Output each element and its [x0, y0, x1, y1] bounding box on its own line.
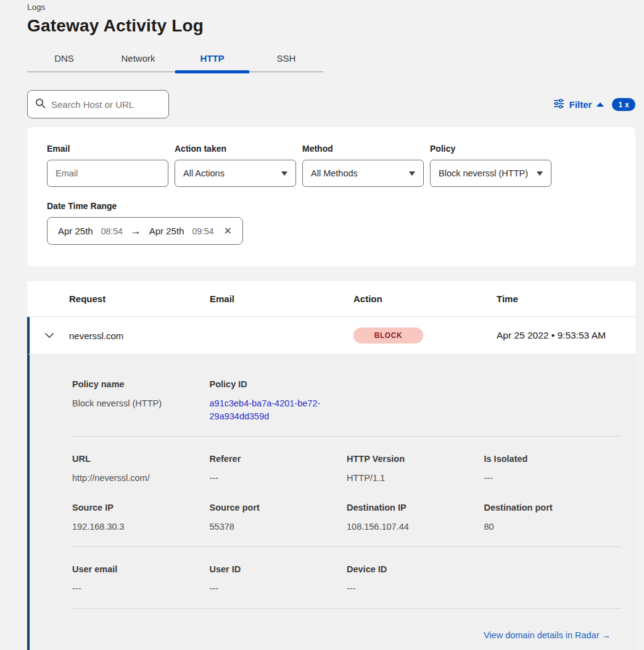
email-field-wrap — [47, 160, 168, 187]
action-taken-select[interactable]: All Actions — [175, 160, 296, 187]
method-value: All Methods — [311, 168, 358, 178]
chevron-up-icon — [597, 102, 604, 107]
activity-log-table: Request Email Action Time neverssl.com B… — [27, 281, 635, 650]
tab-ssh[interactable]: SSH — [249, 48, 323, 72]
method-filter: Method All Methods — [302, 144, 424, 187]
page: Logs Gateway Activity Log DNS Network HT… — [0, 0, 644, 650]
user-details-section: User email --- User ID --- Device ID --- — [72, 564, 621, 595]
policy-id-cell: Policy ID a91c3eb4-ba7a-4201-be72-29a934… — [210, 379, 347, 423]
email-field[interactable] — [56, 168, 160, 178]
search-filter-row: Filter 1 x — [27, 90, 635, 118]
email-filter-label: Email — [47, 144, 168, 154]
source-ip-value: 192.168.30.3 — [72, 520, 210, 533]
http-version-cell: HTTP Version HTTP/1.1 — [347, 454, 484, 485]
device-id-value: --- — [347, 582, 484, 595]
referer-label: Referer — [210, 454, 347, 464]
divider — [72, 436, 621, 437]
column-header-time: Time — [497, 294, 635, 304]
destination-ip-value: 108.156.107.44 — [347, 520, 484, 533]
referer-value: --- — [210, 472, 347, 485]
search-box[interactable] — [27, 90, 169, 118]
filter-panel: Email Action taken All Actions Method Al… — [27, 127, 635, 266]
policy-id-link[interactable]: a91c3eb4-ba7a-4201-be72-29a934dd359d — [210, 397, 329, 423]
user-email-value: --- — [72, 582, 210, 595]
date-range-picker[interactable]: Apr 25th 08:54 → Apr 25th 09:54 ✕ — [47, 217, 243, 245]
url-label: URL — [72, 454, 210, 464]
source-port-cell: Source port 55378 — [210, 503, 347, 533]
row-time: Apr 25 2022 • 9:53:53 AM — [497, 330, 635, 341]
filter-fields: Email Action taken All Actions Method Al… — [47, 144, 616, 187]
filter-label: Filter — [569, 99, 592, 110]
policy-value: Block neverssl (HTTP) — [439, 168, 528, 178]
user-email-label: User email — [72, 564, 210, 574]
user-email-cell: User email --- — [72, 564, 210, 595]
policy-name-label: Policy name — [72, 379, 210, 389]
user-id-value: --- — [210, 582, 347, 595]
tab-bar: DNS Network HTTP SSH — [27, 48, 323, 72]
date-range-filter: Date Time Range Apr 25th 08:54 → Apr 25t… — [47, 201, 616, 245]
source-port-value: 55378 — [210, 520, 347, 533]
filter-count-badge[interactable]: 1 x — [612, 98, 635, 111]
tab-http[interactable]: HTTP — [175, 48, 249, 72]
destination-ip-cell: Destination IP 108.156.107.44 — [347, 503, 484, 533]
row-action: BLOCK — [353, 327, 497, 344]
url-value: http://neverssl.com/ — [72, 472, 210, 485]
policy-section: Policy name Block neverssl (HTTP) Policy… — [72, 379, 621, 423]
start-time: 08:54 — [101, 226, 123, 236]
search-input[interactable] — [51, 99, 161, 110]
radar-link[interactable]: View domain details in Radar → — [484, 630, 611, 640]
http-version-label: HTTP Version — [347, 454, 484, 464]
source-ip-cell: Source IP 192.168.30.3 — [72, 503, 210, 533]
divider — [72, 546, 621, 547]
search-icon — [35, 98, 46, 111]
policy-select[interactable]: Block neverssl (HTTP) — [430, 160, 551, 187]
request-details-section: URL http://neverssl.com/ Referer --- HTT… — [72, 454, 621, 533]
end-time: 09:54 — [192, 226, 213, 236]
start-date: Apr 25th — [58, 226, 93, 236]
source-ip-label: Source IP — [72, 503, 210, 512]
is-isolated-cell: Is Isolated --- — [484, 454, 622, 485]
divider — [72, 608, 621, 609]
filter-sliders-icon — [553, 99, 564, 110]
chevron-down-icon — [537, 171, 543, 176]
method-select[interactable]: All Methods — [302, 160, 424, 187]
filter-button[interactable]: Filter 1 x — [553, 98, 635, 111]
url-cell: URL http://neverssl.com/ — [72, 454, 210, 485]
policy-name-cell: Policy name Block neverssl (HTTP) — [72, 379, 210, 423]
is-isolated-label: Is Isolated — [484, 454, 622, 464]
tab-network[interactable]: Network — [101, 48, 175, 72]
chevron-down-icon — [409, 171, 415, 176]
action-taken-filter: Action taken All Actions — [175, 144, 296, 187]
source-port-label: Source port — [210, 503, 347, 512]
row-request: neverssl.com — [69, 331, 210, 341]
date-range-label: Date Time Range — [47, 201, 616, 211]
user-id-cell: User ID --- — [210, 564, 347, 595]
user-id-label: User ID — [210, 564, 347, 574]
page-title: Gateway Activity Log — [27, 16, 635, 36]
row-detail-panel: Policy name Block neverssl (HTTP) Policy… — [27, 355, 635, 650]
clear-date-icon[interactable]: ✕ — [224, 225, 232, 237]
expand-chevron-icon[interactable] — [30, 332, 69, 339]
column-header-email: Email — [210, 294, 353, 304]
breadcrumb: Logs — [27, 2, 635, 12]
policy-label: Policy — [430, 144, 551, 154]
policy-filter: Policy Block neverssl (HTTP) — [430, 144, 551, 187]
action-taken-label: Action taken — [175, 144, 296, 154]
is-isolated-value: --- — [484, 472, 622, 485]
referer-cell: Referer --- — [210, 454, 347, 485]
device-id-cell: Device ID --- — [347, 564, 484, 595]
table-row[interactable]: neverssl.com BLOCK Apr 25 2022 • 9:53:53… — [27, 317, 635, 355]
status-badge: BLOCK — [353, 327, 423, 344]
http-version-value: HTTP/1.1 — [347, 472, 484, 485]
end-date: Apr 25th — [149, 226, 184, 236]
device-id-label: Device ID — [347, 564, 484, 574]
tab-dns[interactable]: DNS — [27, 48, 101, 72]
email-filter: Email — [47, 144, 168, 187]
column-header-action: Action — [353, 294, 497, 304]
policy-name-value: Block neverssl (HTTP) — [72, 397, 210, 410]
destination-ip-label: Destination IP — [347, 503, 484, 512]
destination-port-label: Destination port — [484, 503, 622, 512]
column-header-request: Request — [69, 294, 210, 304]
arrow-right-icon: → — [131, 225, 141, 237]
radar-link-row: View domain details in Radar → — [72, 630, 621, 641]
